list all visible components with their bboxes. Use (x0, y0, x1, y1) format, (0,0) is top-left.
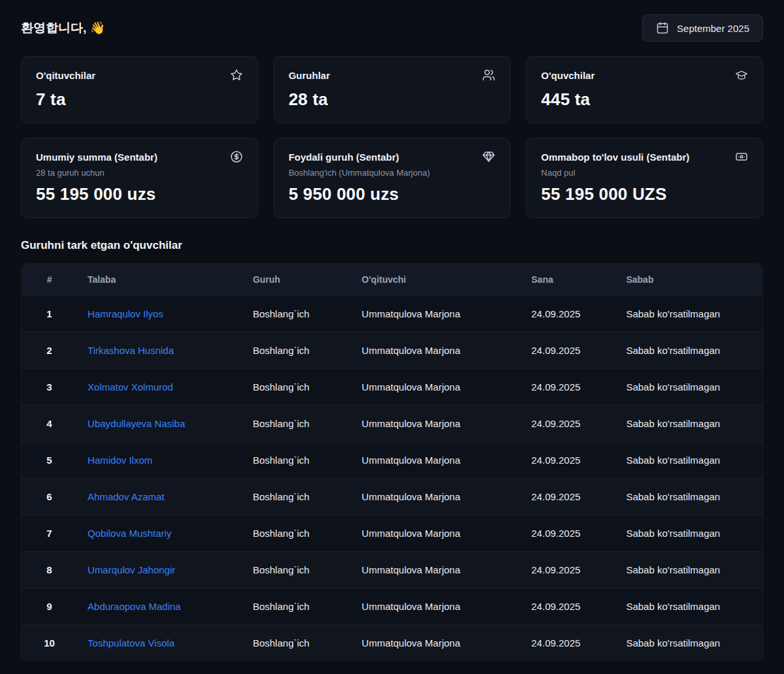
teacher-cell: Ummatqulova Marjona (351, 479, 521, 515)
reason-cell: Sabab ko'rsatilmagan (615, 552, 762, 588)
star-icon (230, 69, 243, 82)
table-header: # Talaba Guruh O'qituvchi Sana Sabab (22, 264, 762, 296)
teacher-cell: Ummatqulova Marjona (351, 625, 521, 662)
column-header-teacher: O'qituvchi (351, 264, 521, 296)
table-row: 9 Abduraopova Madina Boshlang`ich Ummatq… (22, 588, 762, 625)
dashboard-page: 환영합니다, 👋 September 2025 O'qituvchilar 7 … (0, 0, 784, 661)
card-value: 55 195 000 uzs (36, 184, 243, 204)
row-index: 8 (22, 552, 77, 588)
reason-cell: Sabab ko'rsatilmagan (615, 332, 762, 369)
table-row: 6 Ahmadov Azamat Boshlang`ich Ummatqulov… (22, 479, 762, 515)
topbar: 환영합니다, 👋 September 2025 (21, 14, 763, 42)
card-title: O'quvchilar (541, 70, 595, 81)
card-title: Guruhlar (289, 70, 330, 81)
total-sum-card: Umumiy summa (Sentabr) 28 ta guruh uchun… (21, 138, 258, 218)
card-title: Foydali guruh (Sentabr) (289, 152, 399, 163)
student-link[interactable]: Toshpulatova Visola (88, 637, 174, 649)
group-cell: Boshlang`ich (242, 515, 351, 552)
student-link[interactable]: Xolmatov Xolmurod (88, 381, 173, 393)
card-subtitle: 28 ta guruh uchun (36, 168, 243, 178)
card-value: 445 ta (541, 89, 748, 110)
date-cell: 24.09.2025 (521, 332, 615, 369)
card-subtitle: Naqd pul (541, 168, 748, 178)
reason-cell: Sabab ko'rsatilmagan (615, 625, 762, 662)
month-picker-button[interactable]: September 2025 (642, 14, 763, 42)
card-value: 55 195 000 UZS (541, 184, 748, 204)
group-cell: Boshlang`ich (242, 369, 351, 406)
stat-card-groups: Guruhlar 28 ta (274, 56, 511, 123)
student-link[interactable]: Qobilova Mushtariy (88, 528, 171, 539)
group-cell: Boshlang`ich (242, 625, 351, 662)
group-cell: Boshlang`ich (242, 588, 351, 625)
users-icon (482, 69, 495, 82)
group-cell: Boshlang`ich (242, 552, 351, 588)
row-index: 6 (22, 479, 77, 515)
stat-card-students: O'quvchilar 445 ta (526, 56, 763, 123)
group-cell: Boshlang`ich (242, 442, 351, 479)
table-row: 7 Qobilova Mushtariy Boshlang`ich Ummatq… (22, 515, 762, 552)
teacher-cell: Ummatqulova Marjona (351, 406, 521, 442)
table-row: 10 Toshpulatova Visola Boshlang`ich Umma… (22, 625, 762, 662)
group-cell: Boshlang`ich (242, 332, 351, 369)
card-value: 5 950 000 uzs (289, 184, 496, 204)
leavers-table: # Talaba Guruh O'qituvchi Sana Sabab 1 H… (21, 263, 763, 661)
row-index: 3 (22, 369, 77, 406)
date-cell: 24.09.2025 (521, 515, 615, 552)
table-row: 4 Ubaydullayeva Nasiba Boshlang`ich Umma… (22, 406, 762, 442)
table-row: 2 Tirkashova Husnida Boshlang`ich Ummatq… (22, 332, 762, 369)
card-subtitle: Boshlang'ich (Ummatqulova Marjona) (289, 168, 496, 178)
student-link[interactable]: Hamidov Ilxom (88, 455, 152, 466)
reason-cell: Sabab ko'rsatilmagan (615, 515, 762, 552)
row-index: 1 (22, 296, 77, 332)
summary-cards-row: Umumiy summa (Sentabr) 28 ta guruh uchun… (21, 138, 763, 218)
card-title: Ommabop to'lov usuli (Sentabr) (541, 152, 689, 163)
row-index: 7 (22, 515, 77, 552)
teacher-cell: Ummatqulova Marjona (351, 369, 521, 406)
group-cell: Boshlang`ich (242, 406, 351, 442)
date-cell: 24.09.2025 (521, 588, 615, 625)
stat-card-teachers: O'qituvchilar 7 ta (21, 56, 258, 123)
column-header-date: Sana (521, 264, 615, 296)
top-group-card: Foydali guruh (Sentabr) Boshlang'ich (Um… (274, 138, 511, 218)
reason-cell: Sabab ko'rsatilmagan (615, 296, 762, 332)
student-link[interactable]: Hamraqulov Ilyos (88, 308, 163, 319)
row-index: 5 (22, 442, 77, 479)
teacher-cell: Ummatqulova Marjona (351, 296, 521, 332)
teacher-cell: Ummatqulova Marjona (351, 552, 521, 588)
table-row: 5 Hamidov Ilxom Boshlang`ich Ummatqulova… (22, 442, 762, 479)
card-value: 28 ta (289, 89, 496, 110)
group-cell: Boshlang`ich (242, 296, 351, 332)
row-index: 10 (22, 625, 77, 662)
table-row: 8 Umarqulov Jahongir Boshlang`ich Ummatq… (22, 552, 762, 588)
column-header-group: Guruh (242, 264, 351, 296)
date-cell: 24.09.2025 (521, 296, 615, 332)
card-title: O'qituvchilar (36, 70, 95, 81)
date-cell: 24.09.2025 (521, 442, 615, 479)
dollar-circle-icon (230, 150, 243, 163)
student-link[interactable]: Ubaydullayeva Nasiba (88, 418, 185, 429)
row-index: 4 (22, 406, 77, 442)
reason-cell: Sabab ko'rsatilmagan (615, 369, 762, 406)
graduation-cap-icon (735, 69, 748, 82)
student-link[interactable]: Ahmadov Azamat (88, 491, 165, 502)
card-title: Umumiy summa (Sentabr) (36, 152, 157, 163)
greeting: 환영합니다, 👋 (21, 20, 105, 37)
group-cell: Boshlang`ich (242, 479, 351, 515)
teacher-cell: Ummatqulova Marjona (351, 332, 521, 369)
teacher-cell: Ummatqulova Marjona (351, 515, 521, 552)
date-cell: 24.09.2025 (521, 552, 615, 588)
table-row: 3 Xolmatov Xolmurod Boshlang`ich Ummatqu… (22, 369, 762, 406)
student-link[interactable]: Abduraopova Madina (88, 601, 181, 612)
row-index: 9 (22, 588, 77, 625)
gem-icon (482, 150, 495, 163)
student-link[interactable]: Tirkashova Husnida (88, 345, 174, 356)
calendar-icon (656, 22, 669, 35)
reason-cell: Sabab ko'rsatilmagan (615, 442, 762, 479)
month-label: September 2025 (677, 23, 749, 34)
column-header-student: Talaba (77, 264, 242, 296)
stat-cards-row: O'qituvchilar 7 ta Guruhlar 28 ta O'quvc… (21, 56, 763, 123)
teacher-cell: Ummatqulova Marjona (351, 442, 521, 479)
student-link[interactable]: Umarqulov Jahongir (88, 564, 175, 575)
teacher-cell: Ummatqulova Marjona (351, 588, 521, 625)
popular-payment-card: Ommabop to'lov usuli (Sentabr) Naqd pul … (526, 138, 763, 218)
